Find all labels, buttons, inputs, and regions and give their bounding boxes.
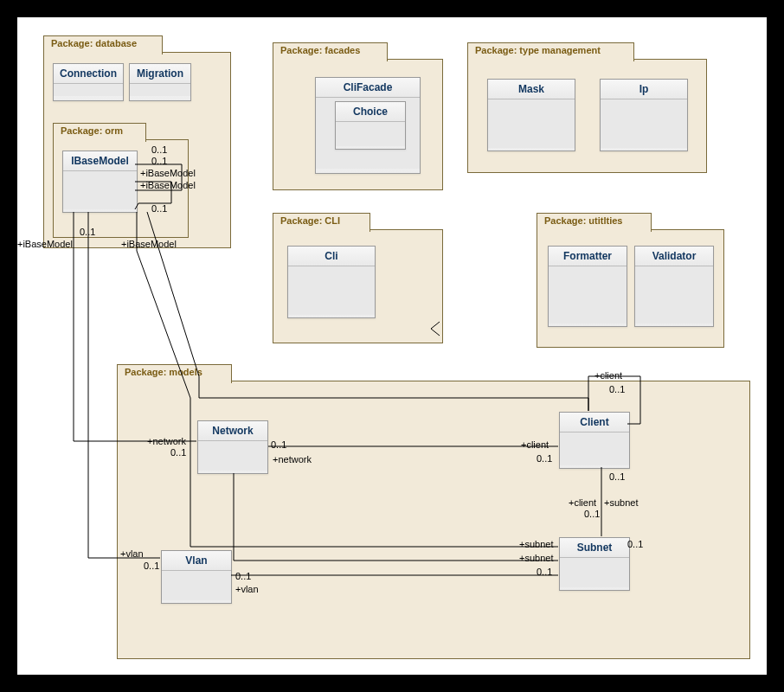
class-migration[interactable]: Migration	[129, 63, 191, 101]
mult-01-d: 0..1	[80, 227, 95, 237]
class-subnet[interactable]: Subnet	[559, 537, 630, 591]
role-ibasemodel-b: +iBaseModel	[140, 180, 196, 190]
package-database-title: Package: database	[43, 35, 163, 54]
class-connection-title: Connection	[54, 64, 123, 84]
role-ibasemodel-d: +iBaseModel	[17, 239, 73, 249]
class-connection[interactable]: Connection	[53, 63, 124, 101]
package-models: Package: models Network Client Vlan Subn…	[117, 381, 750, 659]
package-facades: Package: facades CliFacade Choice	[273, 59, 443, 190]
class-clifacade-title: CliFacade	[316, 78, 420, 98]
mult-01-b: 0..1	[151, 156, 167, 166]
package-facades-title: Package: facades	[273, 42, 388, 61]
role-network2: +network	[273, 454, 312, 465]
class-ip-title: Ip	[601, 80, 687, 99]
mult-client-3: 0..1	[609, 471, 625, 482]
package-database: Package: database Connection Migration P…	[43, 52, 231, 248]
class-ibasemodel-title: IBaseModel	[63, 151, 137, 171]
class-network-title: Network	[198, 421, 267, 441]
package-orm-title: Package: orm	[53, 123, 146, 142]
package-cli: Package: CLI Cli	[273, 229, 443, 343]
diagram-canvas: Package: database Connection Migration P…	[17, 17, 767, 675]
class-vlan[interactable]: Vlan	[161, 550, 232, 604]
package-utilities: Package: utitlties Formatter Validator	[537, 229, 724, 348]
class-mask-title: Mask	[488, 80, 575, 99]
mult-subnet-2: 0..1	[537, 567, 552, 577]
role-network: +network	[147, 436, 186, 446]
package-utilities-title: Package: utitlties	[537, 213, 652, 232]
class-ip[interactable]: Ip	[600, 79, 688, 151]
class-formatter-title: Formatter	[549, 247, 627, 266]
mult-vlan-1: 0..1	[144, 561, 159, 571]
class-choice-title: Choice	[336, 102, 405, 122]
class-validator-title: Validator	[635, 247, 713, 266]
mult-client-4: 0..1	[584, 509, 600, 519]
role-subnet-2: +subnet	[519, 553, 553, 563]
package-cli-title: Package: CLI	[273, 213, 370, 232]
role-ibasemodel-a: +iBaseModel	[140, 168, 196, 178]
class-network[interactable]: Network	[197, 420, 268, 474]
mult-01-a: 0..1	[151, 144, 167, 155]
class-formatter[interactable]: Formatter	[548, 246, 627, 327]
package-models-title: Package: models	[117, 364, 232, 383]
role-client-3: +client	[569, 497, 596, 508]
class-clifacade[interactable]: CliFacade Choice	[315, 77, 421, 174]
role-subnet-1: +subnet	[519, 539, 553, 549]
role-client-1: +client	[521, 439, 549, 450]
package-type-management: Package: type management Mask Ip	[467, 59, 707, 173]
mult-subnet-1: 0..1	[627, 539, 643, 549]
class-ibasemodel[interactable]: IBaseModel	[62, 151, 138, 213]
role-vlan-2: +vlan	[235, 584, 259, 594]
mult-network-1: 0..1	[170, 447, 186, 458]
role-client-2: +client	[594, 370, 622, 381]
mult-network-2: 0..1	[271, 439, 286, 450]
role-subnet-3: +subnet	[604, 497, 638, 508]
mult-vlan-2: 0..1	[235, 571, 251, 581]
class-cli-title: Cli	[288, 247, 375, 266]
class-client[interactable]: Client	[559, 412, 630, 469]
mult-client-1: 0..1	[537, 453, 552, 464]
mult-01-c: 0..1	[151, 203, 167, 214]
class-cli[interactable]: Cli	[287, 246, 376, 318]
class-choice[interactable]: Choice	[335, 101, 406, 150]
class-subnet-title: Subnet	[560, 538, 629, 558]
class-mask[interactable]: Mask	[487, 79, 575, 151]
class-vlan-title: Vlan	[162, 551, 231, 571]
role-vlan-1: +vlan	[120, 548, 144, 559]
mult-client-2: 0..1	[609, 384, 625, 394]
role-ibasemodel-c: +iBaseModel	[121, 239, 177, 249]
class-client-title: Client	[560, 413, 629, 432]
package-type-management-title: Package: type management	[467, 42, 634, 61]
class-migration-title: Migration	[130, 64, 190, 84]
class-validator[interactable]: Validator	[634, 246, 714, 327]
